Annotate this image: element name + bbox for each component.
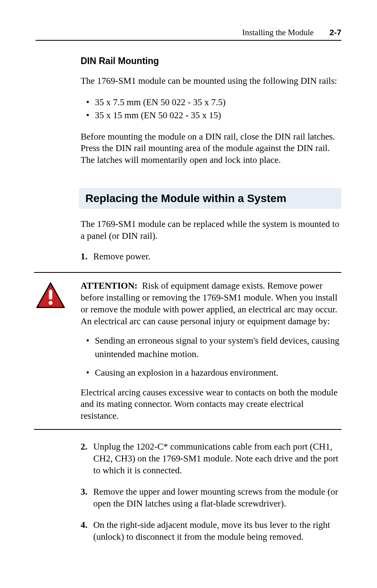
step-text: Unplug the 1202-C* communications cable … bbox=[93, 441, 341, 476]
step-item: 4. On the right-side adjacent module, mo… bbox=[81, 519, 341, 543]
step-item: 2. Unplug the 1202-C* communications cab… bbox=[81, 441, 341, 476]
attention-lead: ATTENTION: Risk of equipment damage exis… bbox=[81, 280, 341, 327]
svg-point-2 bbox=[49, 301, 53, 305]
step-item: 1. Remove power. bbox=[81, 251, 341, 263]
step-number: 3. bbox=[81, 486, 93, 510]
step-text: On the right-side adjacent module, move … bbox=[93, 519, 341, 543]
page-header: Installing the Module 2-7 bbox=[36, 28, 341, 38]
replace-steps-continued: 2. Unplug the 1202-C* communications cab… bbox=[81, 441, 341, 543]
section-banner: Replacing the Module within a System bbox=[79, 188, 341, 209]
svg-rect-1 bbox=[49, 290, 53, 299]
step-number: 2. bbox=[81, 441, 93, 476]
list-item: Sending an erroneous signal to your syst… bbox=[95, 334, 341, 361]
attention-trail: Electrical arcing causes excessive wear … bbox=[81, 387, 341, 422]
replace-steps: 1. Remove power. bbox=[81, 251, 341, 263]
replace-intro: The 1769-SM1 module can be replaced whil… bbox=[81, 218, 341, 242]
replace-heading: Replacing the Module within a System bbox=[85, 192, 335, 205]
din-rail-intro: The 1769-SM1 module can be mounted using… bbox=[81, 75, 341, 87]
page-content: DIN Rail Mounting The 1769-SM1 module ca… bbox=[36, 56, 341, 543]
step-text: Remove the upper and lower mounting scre… bbox=[93, 486, 341, 510]
step-number: 4. bbox=[81, 519, 93, 543]
din-rail-para: Before mounting the module on a DIN rail… bbox=[81, 131, 341, 166]
list-item: 35 x 15 mm (EN 50 022 - 35 x 15) bbox=[95, 109, 341, 122]
page-number: 2-7 bbox=[330, 28, 341, 37]
din-rail-list: 35 x 7.5 mm (EN 50 022 - 35 x 7.5) 35 x … bbox=[81, 96, 341, 122]
page-header-title: Installing the Module bbox=[242, 28, 314, 38]
list-item: Causing an explosion in a hazardous envi… bbox=[95, 366, 341, 379]
attention-label: ATTENTION: bbox=[81, 281, 138, 291]
attention-body: ATTENTION: Risk of equipment damage exis… bbox=[81, 280, 341, 422]
attention-list: Sending an erroneous signal to your syst… bbox=[81, 334, 341, 379]
attention-callout: ATTENTION: Risk of equipment damage exis… bbox=[34, 272, 341, 430]
attention-triangle-icon bbox=[36, 280, 65, 310]
step-text: Remove power. bbox=[93, 251, 150, 263]
list-item: 35 x 7.5 mm (EN 50 022 - 35 x 7.5) bbox=[95, 96, 341, 109]
step-number: 1. bbox=[81, 251, 93, 263]
step-item: 3. Remove the upper and lower mounting s… bbox=[81, 486, 341, 510]
din-rail-heading: DIN Rail Mounting bbox=[81, 56, 341, 66]
header-rule bbox=[36, 40, 341, 41]
